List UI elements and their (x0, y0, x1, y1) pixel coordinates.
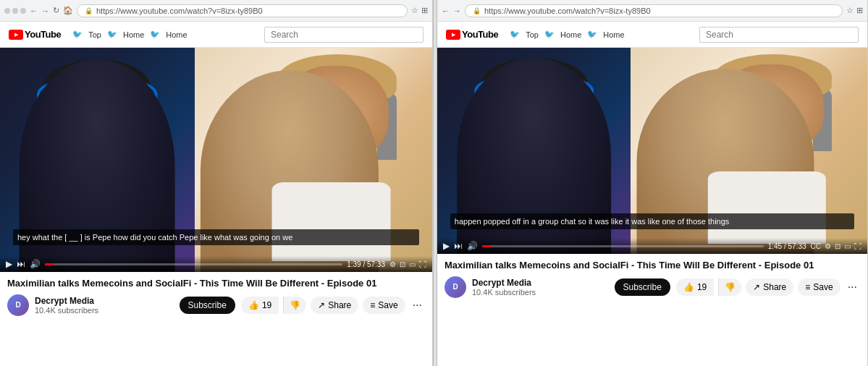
thumbs-down-icon-right: 👎 (725, 282, 736, 292)
video-info-left: Maximilian talks Memecoins and SocialFi … (0, 272, 432, 322)
progress-bar-right[interactable] (482, 245, 764, 247)
time-display-left: 1:39 / 57:33 (347, 260, 385, 268)
channel-name-left[interactable]: Decrypt Media (35, 296, 174, 306)
shirt-white-right-panel (707, 171, 825, 244)
youtube-nav-right: 🐦 Top 🐦 Home 🐦 Home (510, 30, 624, 39)
lock-icon-right: 🔒 (473, 7, 481, 14)
video-controls-left[interactable]: ▶ ⏭ 🔊 1:39 / 57:33 ⚙ ⊡ ▭ ⛶ (0, 256, 432, 272)
twitter-icon-r3: 🐦 (587, 30, 597, 39)
save-button-left[interactable]: ≡ Save (363, 297, 405, 314)
url-bar-left[interactable]: 🔒 https://www.youtube.com/watch?v=8izx-t… (77, 4, 408, 17)
settings-icon-left[interactable]: ⚙ (389, 260, 396, 268)
video-info-right: Maximilian talks Memecoins and SocialFi … (437, 254, 867, 304)
channel-row-left: D Decrypt Media 10.4K subscribers Subscr… (7, 294, 425, 316)
extensions-icon-right[interactable]: ⊞ (856, 6, 863, 15)
forward-icon-right[interactable]: → (453, 7, 461, 15)
forward-icon[interactable]: → (41, 7, 49, 15)
theater-icon-right[interactable]: ▭ (844, 242, 851, 250)
video-subtitle-right: happen popped off in a group chat so it … (450, 213, 854, 229)
nav-home-right-2[interactable]: Home (603, 30, 624, 39)
video-player-left: hey what the [ __ ] is Pepe how did you … (0, 48, 432, 272)
miniplayer-icon-left[interactable]: ⊡ (400, 260, 405, 268)
nav-buttons-left[interactable]: ← → ↻ 🏠 (30, 6, 73, 15)
share-icon-left: ↗ (318, 300, 325, 310)
progress-bar-left[interactable] (45, 263, 342, 265)
share-button-right[interactable]: ↗ Share (746, 278, 793, 296)
youtube-logo-icon-left (9, 30, 23, 40)
search-input-left[interactable] (264, 27, 424, 43)
channel-name-right[interactable]: Decrypt Media (472, 278, 609, 288)
like-button-left[interactable]: 👍 19 (241, 297, 279, 314)
save-button-right[interactable]: ≡ Save (798, 278, 840, 296)
dislike-button-right[interactable]: 👎 (718, 278, 741, 296)
right-controls-right[interactable]: CC ⚙ ⊡ ▭ ⛶ (811, 242, 861, 250)
action-buttons-left: 👍 19 👎 ↗ Share ≡ Save ··· (241, 297, 425, 314)
channel-info-right: Decrypt Media 10.4K subscribers (472, 278, 609, 297)
nav-home-left-1[interactable]: Home (123, 30, 144, 39)
like-button-right[interactable]: 👍 19 (676, 278, 714, 296)
url-text-right[interactable]: https://www.youtube.com/watch?v=8izx-ty8… (484, 7, 651, 15)
shirt-white-right-cam (271, 182, 390, 261)
youtube-logo-right[interactable]: YouTube (446, 29, 498, 40)
dislike-button-left[interactable]: 👎 (283, 297, 306, 314)
extensions-icon[interactable]: ⊞ (421, 6, 428, 15)
video-title-right: Maximilian talks Memecoins and SocialFi … (444, 260, 860, 272)
nav-buttons-right[interactable]: ← → (442, 7, 461, 15)
thumbs-up-icon-left: 👍 (248, 300, 259, 310)
thumbs-down-icon-left: 👎 (290, 300, 300, 310)
save-icon-right: ≡ (805, 282, 810, 292)
like-count-left: 19 (262, 300, 271, 310)
browser-right-icons-left: ☆ ⊞ (411, 6, 428, 15)
back-icon[interactable]: ← (30, 7, 38, 15)
youtube-logo-text-left: YouTube (25, 29, 61, 40)
window-min-dot (12, 8, 18, 14)
lock-icon: 🔒 (85, 7, 93, 14)
more-button-right[interactable]: ··· (845, 279, 860, 295)
like-count-right: 19 (697, 282, 707, 292)
back-icon-right[interactable]: ← (442, 7, 450, 15)
channel-avatar-right[interactable]: D (444, 276, 466, 298)
play-button-right[interactable]: ▶ (443, 241, 450, 251)
video-controls-right[interactable]: ▶ ⏭ 🔊 1:45 / 57:33 CC ⚙ ⊡ ▭ ⛶ (437, 238, 867, 254)
miniplayer-icon-right[interactable]: ⊡ (835, 242, 840, 250)
channel-avatar-left[interactable]: D (7, 294, 29, 316)
nav-top-left[interactable]: Top (88, 30, 101, 39)
right-browser-panel: ← → 🔒 https://www.youtube.com/watch?v=8i… (437, 0, 868, 366)
settings-icon-right[interactable]: ⚙ (825, 242, 831, 250)
browser-window-controls (4, 8, 26, 14)
theater-icon-left[interactable]: ▭ (409, 260, 416, 268)
next-button-left[interactable]: ⏭ (17, 259, 25, 269)
next-button-right[interactable]: ⏭ (454, 241, 463, 251)
fullscreen-icon-left[interactable]: ⛶ (419, 260, 426, 268)
more-button-left[interactable]: ··· (410, 297, 425, 313)
captions-icon-right[interactable]: CC (811, 242, 821, 250)
refresh-icon[interactable]: ↻ (53, 6, 59, 15)
action-buttons-right: 👍 19 👎 ↗ Share ≡ Save ··· (676, 278, 860, 296)
subscribe-button-left[interactable]: Subscribe (180, 297, 235, 314)
url-bar-right[interactable]: 🔒 https://www.youtube.com/watch?v=8izx-t… (465, 4, 843, 17)
volume-button-right[interactable]: 🔊 (467, 241, 478, 251)
subscribe-button-right[interactable]: Subscribe (615, 278, 670, 296)
youtube-nav-left: 🐦 Top 🐦 Home 🐦 Home (72, 30, 187, 39)
nav-home-right-1[interactable]: Home (560, 30, 581, 39)
window-max-dot (20, 8, 26, 14)
twitter-icon-r1: 🐦 (510, 30, 520, 39)
channel-info-left: Decrypt Media 10.4K subscribers (35, 296, 174, 315)
browser-chrome-left: ← → ↻ 🏠 🔒 https://www.youtube.com/watch?… (0, 0, 432, 22)
share-button-left[interactable]: ↗ Share (311, 297, 358, 314)
play-button-left[interactable]: ▶ (6, 259, 12, 269)
bookmark-icon[interactable]: ☆ (411, 6, 418, 15)
youtube-logo-left[interactable]: YouTube (9, 29, 61, 40)
url-text-left[interactable]: https://www.youtube.com/watch?v=8izx-ty8… (96, 7, 263, 15)
video-player-right: happen popped off in a group chat so it … (437, 48, 867, 254)
twitter-icon-1: 🐦 (72, 30, 83, 39)
search-input-right[interactable] (699, 27, 859, 43)
channel-subs-left: 10.4K subscribers (35, 306, 174, 315)
fullscreen-icon-right[interactable]: ⛶ (854, 242, 861, 250)
volume-button-left[interactable]: 🔊 (30, 259, 41, 269)
right-controls-left[interactable]: ⚙ ⊡ ▭ ⛶ (389, 260, 426, 268)
bookmark-icon-right[interactable]: ☆ (846, 6, 854, 15)
nav-top-right[interactable]: Top (526, 30, 539, 39)
nav-home-left-2[interactable]: Home (166, 30, 187, 39)
home-icon[interactable]: 🏠 (63, 6, 73, 15)
